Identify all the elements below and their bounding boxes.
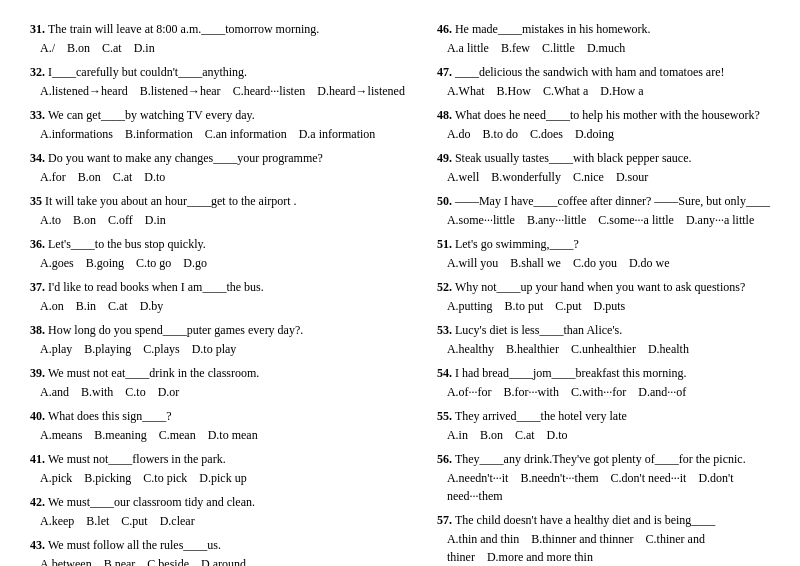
- question-body: I had bread____jom____breakfast this mor…: [455, 366, 687, 380]
- options-row: A.doB.to doC.doesD.doing: [447, 125, 770, 143]
- option: C.heard···listen: [233, 84, 306, 98]
- question-item: 51. Let's go swimming,____?A.will youB.s…: [437, 235, 770, 272]
- question-number: 34.: [30, 151, 48, 165]
- question-text: 47. ____delicious the sandwich with ham …: [437, 63, 770, 81]
- option: C.mean: [159, 428, 196, 442]
- question-item: 35 It will take you about an hour____get…: [30, 192, 417, 229]
- question-body: We can get____by watching TV every day.: [48, 108, 255, 122]
- option: C.at: [515, 428, 535, 442]
- options-row: A.inB.onC.atD.to: [447, 426, 770, 444]
- option: D.much: [587, 41, 625, 55]
- option: B.listened→hear: [140, 84, 221, 98]
- options-row: A.pickB.pickingC.to pickD.pick up: [40, 469, 417, 487]
- option: D.go: [183, 256, 207, 270]
- options-row: A.will youB.shall weC.do youD.do we: [447, 254, 770, 272]
- question-body: It will take you about an hour____get to…: [45, 194, 297, 208]
- question-number: 51.: [437, 237, 455, 251]
- question-body: ——May I have____coffee after dinner? ——S…: [455, 194, 770, 208]
- option: A.listened→heard: [40, 84, 128, 98]
- question-number: 37.: [30, 280, 48, 294]
- options-row: A.healthyB.healthierC.unhealthierD.healt…: [447, 340, 770, 358]
- options-row: A.needn't···itB.needn't···themC.don't ne…: [447, 469, 770, 505]
- option: C.to pick: [143, 471, 187, 485]
- option: A.play: [40, 342, 72, 356]
- question-text: 41. We must not____flowers in the park.: [30, 450, 417, 468]
- question-number: 38.: [30, 323, 48, 337]
- option: B.How: [497, 84, 531, 98]
- option: A.keep: [40, 514, 74, 528]
- question-body: What does this sign____?: [48, 409, 172, 423]
- option: C.to: [125, 385, 145, 399]
- option: C.don't need···it: [611, 471, 687, 485]
- question-item: 41. We must not____flowers in the park.A…: [30, 450, 417, 487]
- question-item: 54. I had bread____jom____breakfast this…: [437, 364, 770, 401]
- question-body: They arrived____the hotel very late: [455, 409, 627, 423]
- question-text: 57. The child doesn't have a healthy die…: [437, 511, 770, 529]
- question-number: 42.: [30, 495, 48, 509]
- option: D.heard→listened: [317, 84, 405, 98]
- options-row: A.goesB.goingC.to goD.go: [40, 254, 417, 272]
- question-number: 40.: [30, 409, 48, 423]
- question-item: 37. I'd like to read books when I am____…: [30, 278, 417, 315]
- option: D.sour: [616, 170, 648, 184]
- question-item: 49. Steak usually tastes____with black p…: [437, 149, 770, 186]
- question-text: 50. ——May I have____coffee after dinner?…: [437, 192, 770, 210]
- options-row: A.meansB.meaningC.meanD.to mean: [40, 426, 417, 444]
- options-row: A.playB.playingC.playsD.to play: [40, 340, 417, 358]
- option: B.healthier: [506, 342, 559, 356]
- question-item: 48. What does he need____to help his mot…: [437, 106, 770, 143]
- option: B.let: [86, 514, 109, 528]
- question-item: 38. How long do you spend____puter games…: [30, 321, 417, 358]
- question-text: 36. Let's____to the bus stop quickly.: [30, 235, 417, 253]
- question-number: 53.: [437, 323, 455, 337]
- option: C.does: [530, 127, 563, 141]
- question-body: The train will leave at 8:00 a.m.____tom…: [48, 22, 319, 36]
- option: C.plays: [143, 342, 179, 356]
- question-item: 46. He made____mistakes in his homework.…: [437, 20, 770, 57]
- options-row: A.a littleB.fewC.littleD.much: [447, 39, 770, 57]
- option: C.nice: [573, 170, 604, 184]
- question-body: They____any drink.They've got plenty of_…: [455, 452, 746, 466]
- option: D.How a: [600, 84, 643, 98]
- options-row: A.onB.inC.atD.by: [40, 297, 417, 315]
- option: C.some···a little: [598, 213, 674, 227]
- question-number: 52.: [437, 280, 455, 294]
- question-number: 41.: [30, 452, 48, 466]
- question-item: 55. They arrived____the hotel very lateA…: [437, 407, 770, 444]
- question-body: How long do you spend____puter games eve…: [48, 323, 303, 337]
- options-row: A.WhatB.HowC.What aD.How a: [447, 82, 770, 100]
- option: D.clear: [160, 514, 195, 528]
- question-body: Let's go swimming,____?: [455, 237, 579, 251]
- question-number: 47.: [437, 65, 455, 79]
- options-row: A.puttingB.to putC.putD.puts: [447, 297, 770, 315]
- options-row: A.andB.withC.toD.or: [40, 383, 417, 401]
- option: A.needn't···it: [447, 471, 508, 485]
- question-text: 40. What does this sign____?: [30, 407, 417, 425]
- question-text: 55. They arrived____the hotel very late: [437, 407, 770, 425]
- question-text: 42. We must____our classroom tidy and cl…: [30, 493, 417, 511]
- question-text: 54. I had bread____jom____breakfast this…: [437, 364, 770, 382]
- option: D.doing: [575, 127, 614, 141]
- question-number: 54.: [437, 366, 455, 380]
- option: A.informations: [40, 127, 113, 141]
- option: B.to put: [505, 299, 544, 313]
- option: B.playing: [84, 342, 131, 356]
- option: B.wonderfully: [491, 170, 561, 184]
- question-number: 57.: [437, 513, 455, 527]
- option: A.and: [40, 385, 69, 399]
- options-row: A.informationsB.informationC.an informat…: [40, 125, 417, 143]
- option: A.a little: [447, 41, 489, 55]
- question-number: 35: [30, 194, 45, 208]
- question-body: Steak usually tastes____with black peppe…: [455, 151, 692, 165]
- question-item: 32. I____carefully but couldn't____anyth…: [30, 63, 417, 100]
- option: C.at: [102, 41, 122, 55]
- options-row: A.betweenB.nearC.besideD.around: [40, 555, 417, 566]
- option: A.well: [447, 170, 479, 184]
- option: C.at: [108, 299, 128, 313]
- option: C.unhealthier: [571, 342, 636, 356]
- option: B.going: [86, 256, 124, 270]
- main-content: 31. The train will leave at 8:00 a.m.___…: [30, 20, 770, 566]
- option: C.put: [555, 299, 581, 313]
- option: C.an information: [205, 127, 287, 141]
- question-item: 39. We must not eat____drink in the clas…: [30, 364, 417, 401]
